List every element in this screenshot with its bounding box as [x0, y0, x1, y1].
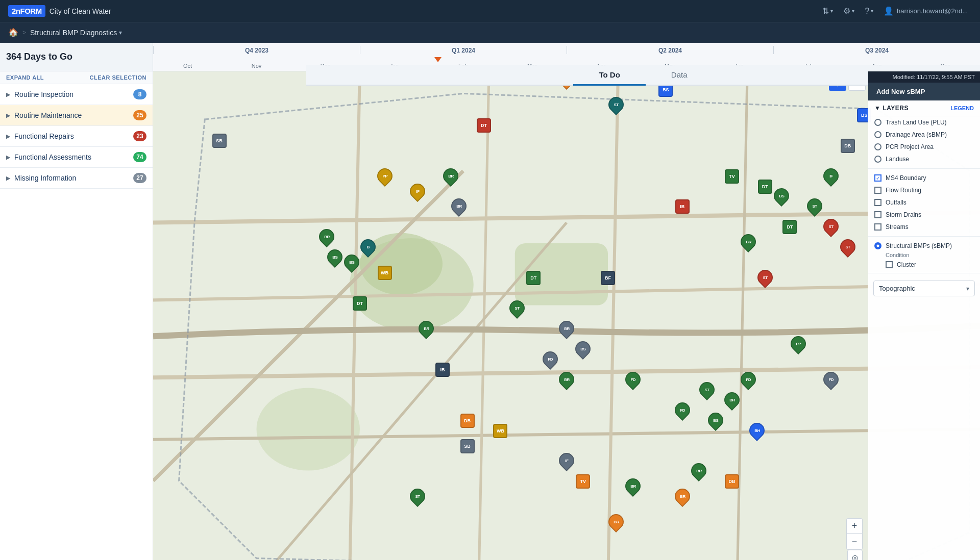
ms4-boundary-checkbox[interactable]: ✓	[874, 174, 881, 182]
days-to-go-label: 364 Days to Go	[6, 52, 72, 62]
expand-clear-row: EXPAND ALL CLEAR SELECTION	[0, 71, 153, 84]
dropdown-chevron-icon: ▾	[966, 285, 969, 292]
breadcrumb-current[interactable]: Structural BMP Diagnostics ▾	[30, 29, 122, 37]
landuse-radio[interactable]	[874, 156, 881, 163]
settings-chevron: ▾	[852, 8, 854, 14]
layer-label: Streams	[886, 223, 909, 231]
month-nov: Nov	[222, 63, 291, 69]
legend-link[interactable]: LEGEND	[950, 105, 974, 111]
swap-icon: ⇅	[822, 6, 829, 16]
storm-drains-checkbox[interactable]	[874, 211, 881, 218]
layers-title: ▼ LAYERS	[874, 105, 909, 112]
layer-pcr-project[interactable]: PCR Project Area	[868, 141, 980, 153]
drainage-area-radio[interactable]	[874, 131, 881, 138]
chevron-right-icon: ▶	[6, 175, 10, 182]
help-icon-btn[interactable]: ? ▾	[861, 4, 877, 19]
layer-label: Flow Routing	[886, 187, 921, 194]
task-badge: 27	[133, 173, 146, 183]
layer-streams[interactable]: Streams	[868, 221, 980, 233]
map-area[interactable]: To Do Data Q4 2023 Q1 2024 Q2 2024 Q3 20…	[153, 43, 980, 560]
streams-checkbox[interactable]	[874, 223, 881, 231]
logo-area: 2nFORM City of Clean Water	[8, 5, 111, 17]
layer-label: Landuse	[886, 156, 909, 163]
layer-drainage-area[interactable]: Drainage Area (sBMP)	[868, 129, 980, 141]
layer-flow-routing[interactable]: Flow Routing	[868, 184, 980, 196]
condition-sub-label: Condition	[868, 252, 980, 260]
add-sbmp-button[interactable]: Add New sBMP	[868, 83, 980, 100]
expand-all-button[interactable]: EXPAND ALL	[6, 74, 44, 81]
task-badge: 74	[133, 152, 146, 162]
quarter-q2-2024: Q2 2024	[567, 46, 773, 54]
outfalls-checkbox[interactable]	[874, 199, 881, 206]
help-icon: ?	[865, 7, 869, 16]
pcr-project-radio[interactable]	[874, 143, 881, 150]
layer-storm-drains[interactable]: Storm Drains	[868, 209, 980, 221]
layer-landuse[interactable]: Landuse	[868, 153, 980, 165]
topographic-dropdown[interactable]: Topographic ▾	[873, 281, 975, 296]
app-logo: 2nFORM	[8, 5, 45, 17]
task-item-functional-assessments[interactable]: ▶ Functional Assessments 74	[0, 147, 153, 168]
zoom-controls: + −	[846, 518, 863, 550]
layer-ms4-boundary[interactable]: ✓ MS4 Boundary	[868, 172, 980, 184]
settings-icon-btn[interactable]: ⚙ ▾	[839, 3, 859, 19]
task-item-routine-maintenance[interactable]: ▶ Routine Maintenance 25	[0, 105, 153, 126]
breadcrumb-label: Structural BMP Diagnostics	[30, 29, 117, 37]
tab-todo[interactable]: To Do	[573, 65, 645, 86]
month-oct: Oct	[153, 63, 222, 69]
quarter-q4-2023: Q4 2023	[153, 46, 360, 54]
layer-outfalls[interactable]: Outfalls	[868, 196, 980, 209]
task-item-routine-inspection[interactable]: ▶ Routine Inspection 8	[0, 84, 153, 105]
layer-divider-3	[868, 273, 980, 273]
tab-data[interactable]: Data	[646, 65, 713, 86]
layer-label: MS4 Boundary	[886, 174, 926, 182]
layers-header: ▼ LAYERS LEGEND	[868, 100, 980, 116]
layer-trash-land-use[interactable]: Trash Land Use (PLU)	[868, 116, 980, 129]
right-panel: Modified: 11/17/22, 9:55 AM PST Add New …	[868, 71, 980, 560]
task-list: ▶ Routine Inspection 8 ▶ Routine Mainten…	[0, 84, 153, 560]
svg-rect-0	[153, 71, 980, 560]
user-menu-btn[interactable]: 👤 harrison.howard@2nd...	[879, 3, 972, 19]
task-item-functional-repairs[interactable]: ▶ Functional Repairs 23	[0, 126, 153, 147]
org-name: City of Clean Water	[50, 7, 111, 15]
task-label: Missing Information	[14, 174, 129, 182]
svg-point-4	[257, 388, 360, 471]
quarter-q1-2024: Q1 2024	[360, 46, 567, 54]
swap-icon-btn[interactable]: ⇅ ▾	[818, 3, 837, 19]
layer-label: PCR Project Area	[886, 143, 934, 150]
task-badge: 23	[133, 131, 146, 141]
quarter-q3-2024: Q3 2024	[773, 46, 980, 54]
main-layout: 364 Days to Go EXPAND ALL CLEAR SELECTIO…	[0, 43, 980, 560]
cluster-item[interactable]: Cluster	[868, 260, 980, 270]
topographic-label: Topographic	[879, 285, 915, 292]
timeline-current-marker	[434, 57, 442, 62]
layer-divider	[868, 168, 980, 169]
structural-bmps-radio[interactable]	[874, 242, 881, 249]
map-background[interactable]: City of Clean Water	[153, 71, 980, 560]
svg-rect-3	[515, 243, 608, 306]
trash-land-use-radio[interactable]	[874, 119, 881, 126]
chevron-right-icon: ▶	[6, 154, 10, 161]
locate-button[interactable]: ◎	[847, 550, 863, 560]
zoom-out-button[interactable]: −	[847, 534, 862, 549]
layer-divider-2	[868, 236, 980, 237]
flow-routing-checkbox[interactable]	[874, 187, 881, 194]
cluster-checkbox[interactable]	[886, 261, 893, 268]
modified-bar: Modified: 11/17/22, 9:55 AM PST	[868, 71, 980, 83]
task-item-missing-information[interactable]: ▶ Missing Information 27	[0, 168, 153, 189]
task-label: Functional Repairs	[14, 132, 129, 140]
settings-icon: ⚙	[843, 6, 850, 16]
swap-chevron: ▾	[830, 8, 833, 14]
breadcrumb-chevron-icon: ▾	[119, 29, 122, 36]
layer-label: Drainage Area (sBMP)	[886, 131, 947, 138]
user-name: harrison.howard@2nd...	[897, 7, 968, 15]
clear-selection-button[interactable]: CLEAR SELECTION	[90, 74, 146, 81]
breadcrumb: 🏠 > Structural BMP Diagnostics ▾	[0, 22, 980, 43]
top-navigation: 2nFORM City of Clean Water ⇅ ▾ ⚙ ▾ ? ▾ 👤…	[0, 0, 980, 22]
task-label: Routine Inspection	[14, 90, 129, 98]
days-to-go-header: 364 Days to Go	[0, 43, 153, 71]
layer-label: Storm Drains	[886, 211, 921, 218]
home-icon[interactable]: 🏠	[8, 28, 18, 37]
zoom-in-button[interactable]: +	[847, 519, 862, 534]
task-badge: 8	[133, 89, 146, 99]
layer-structural-bmps[interactable]: Structural BMPs (sBMP)	[868, 240, 980, 252]
